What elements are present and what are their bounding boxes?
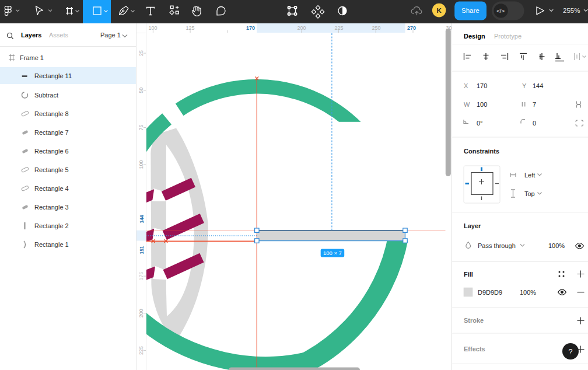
svg-text:Top: Top [524, 190, 535, 197]
svg-text:75: 75 [138, 124, 144, 130]
svg-text:100: 100 [148, 25, 157, 31]
svg-text:151: 151 [139, 246, 145, 254]
svg-text:Left: Left [524, 172, 535, 179]
svg-text:144: 144 [139, 215, 145, 223]
svg-text:W: W [464, 101, 470, 108]
svg-text:125: 125 [186, 25, 194, 31]
svg-text:0: 0 [533, 120, 536, 127]
svg-text:Effects: Effects [464, 345, 485, 352]
svg-text:</>: </> [496, 8, 505, 14]
svg-text:Y: Y [522, 82, 527, 89]
svg-text:Prototype: Prototype [494, 33, 522, 40]
svg-text:7: 7 [533, 101, 536, 108]
svg-text:170: 170 [477, 82, 487, 89]
svg-text:Layer: Layer [464, 222, 481, 229]
svg-text:225: 225 [334, 25, 343, 31]
svg-text:X: X [464, 82, 468, 89]
svg-text:255%: 255% [563, 7, 580, 14]
svg-text:270: 270 [407, 25, 416, 31]
svg-text:?: ? [569, 348, 573, 356]
svg-text:100: 100 [477, 101, 487, 108]
svg-text:200: 200 [138, 309, 144, 317]
svg-text:K: K [437, 7, 442, 14]
svg-text:170: 170 [246, 25, 255, 31]
svg-text:144: 144 [533, 82, 543, 89]
svg-text:Share: Share [461, 7, 480, 14]
svg-text:0°: 0° [477, 120, 483, 127]
svg-text:100 × 7: 100 × 7 [323, 250, 342, 256]
svg-text:175: 175 [138, 272, 144, 281]
svg-text:25: 25 [138, 50, 144, 56]
svg-text:Pass through: Pass through [478, 242, 516, 249]
svg-text:D9D9D9: D9D9D9 [478, 289, 502, 296]
svg-text:100%: 100% [520, 289, 536, 296]
svg-text:100%: 100% [548, 242, 565, 249]
svg-text:Design: Design [464, 33, 485, 40]
svg-text:225: 225 [138, 346, 144, 355]
svg-text:Stroke: Stroke [464, 317, 484, 324]
svg-text:Fill: Fill [464, 271, 473, 278]
svg-text:50: 50 [138, 88, 144, 93]
svg-text:200: 200 [297, 25, 306, 31]
svg-text:250: 250 [372, 25, 380, 31]
svg-text:100: 100 [138, 160, 144, 169]
svg-text:Constraints: Constraints [464, 148, 499, 155]
